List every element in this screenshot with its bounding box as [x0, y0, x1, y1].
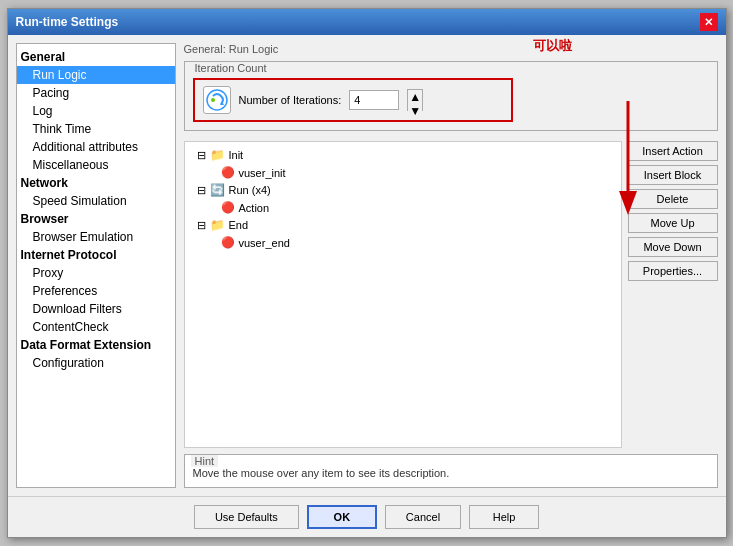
expand-icon-run: ⊟	[197, 184, 206, 197]
iteration-count-group: Iteration Count Number of Iterati	[184, 61, 718, 131]
sidebar-item-internet-protocol[interactable]: Internet Protocol	[17, 246, 175, 264]
sidebar-item-pacing[interactable]: Pacing	[17, 84, 175, 102]
sidebar-item-miscellaneous[interactable]: Miscellaneous	[17, 156, 175, 174]
tree-node-init[interactable]: ⊟ 📁 Init	[189, 146, 617, 164]
iterations-spinner[interactable]: ▲ ▼	[407, 89, 423, 111]
cancel-button[interactable]: Cancel	[385, 505, 461, 529]
help-button[interactable]: Help	[469, 505, 539, 529]
close-button[interactable]: ✕	[700, 13, 718, 31]
sidebar-item-data-format[interactable]: Data Format Extension	[17, 336, 175, 354]
main-window: Run-time Settings ✕ General Run Logic Pa…	[7, 8, 727, 538]
sidebar-item-download-filters[interactable]: Download Filters	[17, 300, 175, 318]
iterations-input[interactable]	[349, 90, 399, 110]
folder-icon-init: 📁	[210, 148, 225, 162]
sidebar-item-browser[interactable]: Browser	[17, 210, 175, 228]
file-icon-vuser-end: 🔴	[221, 236, 235, 249]
spin-up-button[interactable]: ▲	[408, 90, 422, 104]
ok-button[interactable]: OK	[307, 505, 377, 529]
tree-label-vuser-init: vuser_init	[239, 167, 286, 179]
sidebar-item-additional-attributes[interactable]: Additional attributes	[17, 138, 175, 156]
sidebar-item-think-time[interactable]: Think Time	[17, 120, 175, 138]
sidebar-item-general[interactable]: General	[17, 48, 175, 66]
tree-node-action[interactable]: 🔴 Action	[189, 199, 617, 216]
main-panel: General: Run Logic 在这里设置迭代次数再点击ok就可以啦 It…	[184, 43, 718, 488]
sidebar-item-log[interactable]: Log	[17, 102, 175, 120]
tree-label-init: Init	[229, 149, 244, 161]
sidebar-item-proxy[interactable]: Proxy	[17, 264, 175, 282]
file-icon-action: 🔴	[221, 201, 235, 214]
chinese-annotation: 在这里设置迭代次数再点击ok就可以啦	[533, 35, 723, 55]
iteration-count-box: Number of Iterations: ▲ ▼	[193, 78, 513, 122]
move-down-button[interactable]: Move Down	[628, 237, 718, 257]
run-icon: 🔄	[210, 183, 225, 197]
hint-text: Move the mouse over any item to see its …	[193, 467, 709, 479]
run-logic-tree: ⊟ 📁 Init 🔴 vuser_init ⊟ 🔄	[184, 141, 622, 448]
window-body: General Run Logic Pacing Log Think Time …	[8, 35, 726, 496]
spin-down-button[interactable]: ▼	[408, 104, 422, 118]
folder-icon-end: 📁	[210, 218, 225, 232]
sidebar: General Run Logic Pacing Log Think Time …	[16, 43, 176, 488]
svg-point-2	[211, 98, 215, 102]
tree-and-buttons: ⊟ 📁 Init 🔴 vuser_init ⊟ 🔄	[184, 141, 718, 448]
tree-node-end[interactable]: ⊟ 📁 End	[189, 216, 617, 234]
tree-node-run[interactable]: ⊟ 🔄 Run (x4)	[189, 181, 617, 199]
iterations-label: Number of Iterations:	[239, 94, 342, 106]
bottom-bar: Use Defaults OK Cancel Help	[8, 496, 726, 537]
iteration-icon	[203, 86, 231, 114]
file-icon-vuser-init: 🔴	[221, 166, 235, 179]
delete-button[interactable]: Delete	[628, 189, 718, 209]
sidebar-item-content-check[interactable]: ContentCheck	[17, 318, 175, 336]
tree-node-vuser-end[interactable]: 🔴 vuser_end	[189, 234, 617, 251]
expand-icon-end: ⊟	[197, 219, 206, 232]
tree-label-vuser-end: vuser_end	[239, 237, 290, 249]
properties-button[interactable]: Properties...	[628, 261, 718, 281]
sidebar-item-network[interactable]: Network	[17, 174, 175, 192]
sidebar-item-preferences[interactable]: Preferences	[17, 282, 175, 300]
sidebar-item-browser-emulation[interactable]: Browser Emulation	[17, 228, 175, 246]
sidebar-item-configuration[interactable]: Configuration	[17, 354, 175, 372]
move-up-button[interactable]: Move Up	[628, 213, 718, 233]
action-buttons: Insert Action Insert Block Delete Move U…	[628, 141, 718, 448]
window-title: Run-time Settings	[16, 15, 119, 29]
tree-label-action: Action	[239, 202, 270, 214]
iteration-group-label: Iteration Count	[191, 62, 271, 74]
expand-icon-init: ⊟	[197, 149, 206, 162]
tree-label-run: Run (x4)	[229, 184, 271, 196]
sidebar-item-speed-simulation[interactable]: Speed Simulation	[17, 192, 175, 210]
hint-group: Hint Move the mouse over any item to see…	[184, 454, 718, 488]
tree-node-vuser-init[interactable]: 🔴 vuser_init	[189, 164, 617, 181]
hint-label: Hint	[191, 455, 219, 467]
use-defaults-button[interactable]: Use Defaults	[194, 505, 299, 529]
insert-block-button[interactable]: Insert Block	[628, 165, 718, 185]
sidebar-item-run-logic[interactable]: Run Logic	[17, 66, 175, 84]
tree-label-end: End	[229, 219, 249, 231]
title-bar: Run-time Settings ✕	[8, 9, 726, 35]
insert-action-button[interactable]: Insert Action	[628, 141, 718, 161]
